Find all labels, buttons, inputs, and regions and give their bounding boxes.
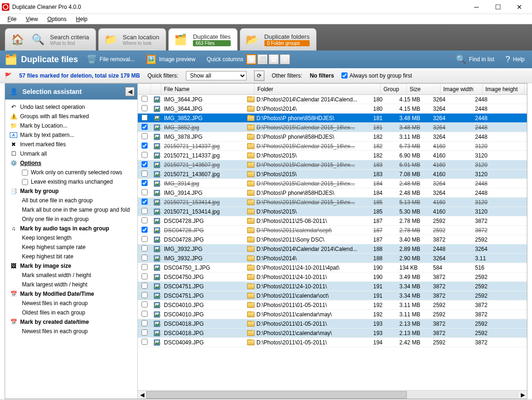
row-checkbox[interactable] bbox=[138, 273, 151, 281]
row-checkbox[interactable] bbox=[138, 292, 151, 300]
file-removal-button[interactable]: 🗑️ File removal... bbox=[84, 53, 137, 65]
table-row[interactable]: IMG_3644.JPGD:\Photos\2014\1804.15 MB326… bbox=[138, 104, 527, 114]
row-checkbox[interactable] bbox=[138, 152, 151, 159]
collapse-sidebar-button[interactable]: ◀ bbox=[125, 87, 135, 96]
undo-select-item[interactable]: ↶Undo last select operation bbox=[5, 102, 137, 112]
tab-duplicate-files[interactable]: 🗂️ Duplicate files 663 Files bbox=[168, 28, 238, 50]
tab-search-criteria[interactable]: 🏠 🔍 Search criteria What to find bbox=[5, 28, 96, 50]
table-row[interactable]: IMG_3932.JPGD:\Photos\2014\Calendar 2014… bbox=[138, 244, 527, 254]
quick-col-grid-button[interactable]: ▦ bbox=[246, 54, 256, 64]
row-checkbox[interactable] bbox=[138, 217, 151, 225]
row-checkbox[interactable] bbox=[138, 311, 151, 318]
row-checkbox[interactable] bbox=[138, 208, 151, 215]
column-icon[interactable] bbox=[151, 84, 161, 94]
row-checkbox[interactable] bbox=[138, 143, 151, 150]
keep-longest-item[interactable]: Keep longest length bbox=[5, 233, 137, 243]
table-row[interactable]: IMG_3852.JPGD:\Photos\P phone\858HDJES\1… bbox=[138, 114, 527, 123]
leave-marks-option[interactable]: Leave existing marks unchanged bbox=[5, 177, 137, 186]
keep-bitrate-item[interactable]: Keep highest bit rate bbox=[5, 252, 137, 261]
table-row[interactable]: DSC04049.JPGD:\Photos\2011\01-05-2011\19… bbox=[138, 338, 527, 347]
newest-modified-item[interactable]: Newest files in each group bbox=[5, 299, 137, 308]
minimize-button[interactable]: ─ bbox=[466, 0, 487, 14]
menu-file[interactable]: File bbox=[4, 15, 20, 23]
table-row[interactable]: 20150721_153414.jpgD:\Photos\2015\Calend… bbox=[138, 198, 527, 207]
table-row[interactable]: IMG_3644.JPGD:\Photos\2014\Calendar 2014… bbox=[138, 95, 527, 104]
table-row[interactable]: 20150721_114337.jpgD:\Photos\2015\Calend… bbox=[138, 142, 527, 151]
quick-col-window-button[interactable]: ⬜ bbox=[257, 54, 268, 64]
row-checkbox[interactable] bbox=[138, 133, 151, 141]
keep-sample-item[interactable]: Keep highest sample rate bbox=[5, 243, 137, 252]
row-checkbox[interactable] bbox=[138, 114, 151, 122]
smallest-wh-item[interactable]: Mark smallest width / height bbox=[5, 271, 137, 280]
maximize-button[interactable]: ☐ bbox=[487, 0, 509, 14]
row-checkbox[interactable] bbox=[138, 339, 151, 346]
row-checkbox[interactable] bbox=[138, 329, 151, 337]
image-preview-button[interactable]: 🖼️ Image preview bbox=[143, 53, 198, 65]
always-sort-checkbox[interactable]: Always sort by group first bbox=[341, 72, 412, 79]
only-one-item[interactable]: Only one file in each group bbox=[5, 214, 137, 224]
table-row[interactable]: DSC04728.JPGD:\Photos\2011\Sony DSC\1873… bbox=[138, 235, 527, 244]
close-button[interactable]: ✕ bbox=[509, 0, 530, 14]
table-row[interactable]: DSC04728.JPGD:\Photos\2011\25-08-2011\18… bbox=[138, 216, 527, 226]
row-checkbox[interactable] bbox=[138, 171, 151, 178]
row-checkbox[interactable] bbox=[138, 161, 151, 169]
table-row[interactable]: IMG_3914.JPGD:\Photos\P phone\858HDJES\1… bbox=[138, 188, 527, 198]
row-checkbox[interactable] bbox=[138, 320, 151, 328]
menu-help[interactable]: Help bbox=[72, 15, 92, 23]
column-folder[interactable]: Folder bbox=[255, 84, 381, 94]
table-row[interactable]: 20150721_114337.jpgD:\Photos\2015\1826.9… bbox=[138, 151, 527, 160]
table-row[interactable]: IMG_3914.jpgD:\Photos\2015\Calendar 2015… bbox=[138, 179, 527, 188]
table-row[interactable]: 20150721_143607.jpgD:\Photos\2015\1837.0… bbox=[138, 170, 527, 179]
row-checkbox[interactable] bbox=[138, 264, 151, 271]
table-row[interactable]: 20150721_153414.jpgD:\Photos\2015\1855.3… bbox=[138, 207, 527, 216]
column-image-width[interactable]: Image width bbox=[440, 84, 482, 94]
row-checkbox[interactable] bbox=[138, 199, 151, 206]
table-row[interactable]: DSC04751.JPGD:\Photos\2011\calendar\oct\… bbox=[138, 291, 527, 300]
column-size[interactable]: Size bbox=[407, 84, 440, 94]
table-row[interactable]: IMG_3878.JPGD:\Photos\P phone\858HDJES\1… bbox=[138, 132, 527, 142]
menu-options[interactable]: Options bbox=[43, 15, 70, 23]
table-body[interactable]: IMG_3644.JPGD:\Photos\2014\Calendar 2014… bbox=[138, 95, 527, 390]
row-checkbox[interactable] bbox=[138, 180, 151, 187]
row-checkbox[interactable] bbox=[138, 189, 151, 197]
quick-col-audio-button[interactable]: ♪ bbox=[280, 54, 290, 64]
row-checkbox[interactable] bbox=[138, 245, 151, 253]
groups-all-marked-item[interactable]: ⚠️Groups with all files marked bbox=[5, 112, 137, 121]
row-checkbox[interactable] bbox=[138, 283, 151, 290]
table-row[interactable]: IMG_3932.JPGD:\Photos\2014\1882.90 MB326… bbox=[138, 254, 527, 263]
work-only-option[interactable]: Work only on currently selected rows bbox=[5, 168, 137, 177]
row-checkbox[interactable] bbox=[138, 301, 151, 309]
table-row[interactable]: DSC04750_1.JPGD:\Photos\2011\24-10-2011\… bbox=[138, 263, 527, 272]
column-file-name[interactable]: File Name bbox=[161, 84, 255, 94]
table-row[interactable]: IMG_3852.jpgD:\Photos\2015\Calendar 2015… bbox=[138, 123, 527, 132]
newest-created-item[interactable]: Newest files in each group bbox=[5, 327, 137, 336]
tab-scan-location[interactable]: 📁 Scan location Where to look bbox=[98, 28, 166, 50]
column-checkbox[interactable] bbox=[138, 84, 151, 94]
table-row[interactable]: DSC04010.JPGD:\Photos\2011\01-05-2011\19… bbox=[138, 300, 527, 310]
quick-col-image-button[interactable]: 🖼 bbox=[269, 54, 279, 64]
table-row[interactable]: DSC04750.JPGD:\Photos\2011\24-10-2011\19… bbox=[138, 272, 527, 282]
mark-by-text-pattern-item[interactable]: AMark by text pattern... bbox=[5, 130, 137, 140]
table-row[interactable]: DSC04751.JPGD:\Photos\2011\24-10-2011\19… bbox=[138, 282, 527, 291]
table-row[interactable]: DSC04018.JPGD:\Photos\2011\01-05-2011\19… bbox=[138, 319, 527, 329]
all-but-one-same-item[interactable]: Mark all but one in the same group and f… bbox=[5, 205, 137, 214]
row-checkbox[interactable] bbox=[138, 227, 151, 234]
invert-marked-item[interactable]: ✖Invert marked files bbox=[5, 140, 137, 149]
quick-filter-select[interactable]: Show all bbox=[186, 71, 247, 80]
table-row[interactable]: 20150721_143607.jpgD:\Photos\2015\Calend… bbox=[138, 160, 527, 170]
table-row[interactable]: DSC04018.JPGD:\Photos\2011\calendar\may\… bbox=[138, 329, 527, 338]
all-but-one-item[interactable]: All but one file in each group bbox=[5, 196, 137, 205]
mark-by-location-item[interactable]: 📁Mark by Location... bbox=[5, 121, 137, 130]
row-checkbox[interactable] bbox=[138, 255, 151, 262]
unmark-all-item[interactable]: ☐Unmark all bbox=[5, 149, 137, 158]
row-checkbox[interactable] bbox=[138, 124, 151, 131]
row-checkbox[interactable] bbox=[138, 105, 151, 113]
menu-view[interactable]: View bbox=[22, 15, 42, 23]
oldest-modified-item[interactable]: Oldest files in each group bbox=[5, 308, 137, 317]
column-image-height[interactable]: Image height bbox=[482, 84, 525, 94]
column-group[interactable]: Group bbox=[381, 84, 407, 94]
find-in-list-button[interactable]: 🔍 Find in list bbox=[453, 53, 497, 65]
help-button[interactable]: ? Help bbox=[503, 54, 527, 65]
table-row[interactable]: DSC04728.JPGD:\Photos\2011\calendar\sept… bbox=[138, 226, 527, 235]
refresh-filter-button[interactable]: ⟳ bbox=[254, 71, 264, 81]
